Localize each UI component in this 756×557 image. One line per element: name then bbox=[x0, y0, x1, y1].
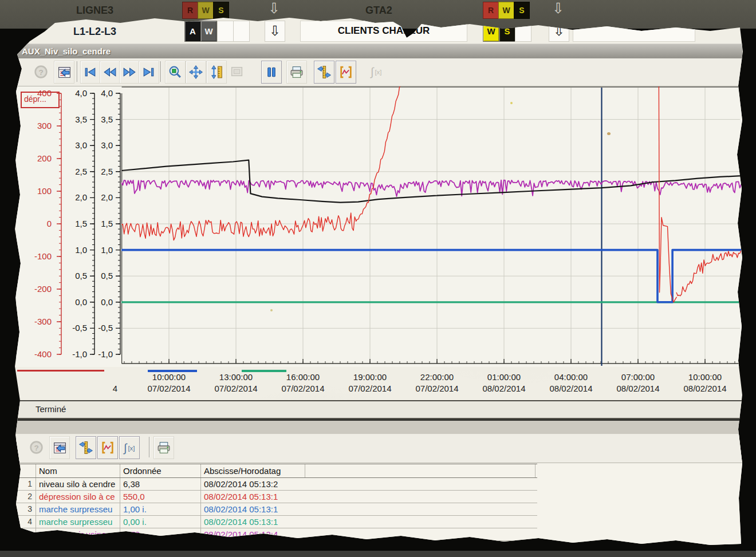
cell-nom: niveau silo à cendre bbox=[36, 478, 120, 490]
scale-button[interactable] bbox=[206, 61, 227, 84]
print-button[interactable] bbox=[286, 61, 307, 84]
table-row[interactable]: 3 marche surpresseu 1,00 i. 08/02/2014 0… bbox=[16, 503, 537, 516]
nav-ack-button-w[interactable]: W bbox=[198, 2, 214, 19]
svg-text:4,0: 4,0 bbox=[75, 88, 87, 98]
image-button bbox=[227, 61, 246, 82]
zoom-button[interactable] bbox=[165, 61, 186, 84]
cell-ordonnee: 1,00 i. bbox=[120, 503, 200, 515]
cell-horodatage: 08/02/2014 05:13:1 bbox=[200, 491, 305, 503]
status-bar: Terminé bbox=[16, 400, 742, 419]
cell-nom: marche surpresseu bbox=[36, 516, 120, 528]
toolbar-separator bbox=[160, 61, 162, 82]
row-number: 2 bbox=[16, 491, 36, 503]
nav-page-ligne3[interactable]: LIGNE3 bbox=[76, 2, 113, 18]
nav-down-arrow-icon[interactable]: ⇩ bbox=[265, 21, 285, 42]
time-axis-label-date: 08/02/2014 bbox=[601, 383, 675, 394]
svg-text:0: 0 bbox=[47, 219, 52, 228]
nav-ack-button-a[interactable]: A bbox=[184, 21, 201, 42]
table-header-row: NomOrdonnéeAbscisse/Horodatag bbox=[16, 464, 537, 478]
time-axis-label-date: 07/02/2014 bbox=[333, 383, 407, 394]
go-first-button[interactable] bbox=[80, 61, 101, 84]
help-icon: ? bbox=[29, 440, 44, 455]
svg-text:?: ? bbox=[38, 68, 43, 77]
nav-ack-button-w[interactable]: W bbox=[498, 2, 514, 19]
paper-stain bbox=[607, 132, 611, 135]
cursor-tool-icon bbox=[78, 440, 93, 455]
trend-toolbar: ? bbox=[16, 58, 742, 86]
fast-forward-button[interactable] bbox=[119, 61, 140, 84]
fast-forward-icon bbox=[122, 65, 137, 80]
svg-text:-1,0: -1,0 bbox=[98, 349, 113, 359]
curve-window-button[interactable] bbox=[54, 61, 74, 84]
time-axis-label-time: 13:00:00 bbox=[199, 372, 273, 383]
svg-text:2,5: 2,5 bbox=[101, 167, 113, 176]
axis-curve-marker bbox=[17, 370, 104, 372]
n-curve-button[interactable] bbox=[336, 61, 356, 84]
table-header-2: Abscisse/Horodatag bbox=[200, 464, 305, 477]
row-number: 4 bbox=[16, 516, 36, 528]
trend-plot-area[interactable] bbox=[121, 86, 741, 367]
integral-button[interactable]: ∫[x] bbox=[119, 436, 140, 459]
rewind-button[interactable] bbox=[100, 61, 120, 84]
pause-icon bbox=[264, 65, 279, 80]
svg-text:-200: -200 bbox=[34, 284, 52, 294]
nav-page-gta2[interactable]: GTA2 bbox=[365, 2, 392, 18]
cell-ordonnee: 6,70 bbox=[120, 528, 200, 540]
time-axis-labels: 4 10:00:00 07/02/2014 13:00:00 07/02/201… bbox=[121, 372, 741, 397]
nav-ack-button-s[interactable]: S bbox=[514, 2, 530, 19]
row-number: 5 bbox=[16, 528, 36, 540]
nav-ack-button-s[interactable]: S bbox=[213, 2, 229, 19]
nav-ack-button-w[interactable]: W bbox=[200, 21, 217, 42]
table-row[interactable]: 4 marche surpresseu 0,00 i. 08/02/2014 0… bbox=[16, 516, 537, 528]
time-axis-label-date: 07/02/2014 bbox=[400, 383, 474, 394]
time-axis-label: 01:00:00 08/02/2014 bbox=[467, 372, 541, 394]
table-row[interactable]: 2 dépression silo à ce 550,0 08/02/2014 … bbox=[16, 491, 537, 503]
time-axis-label-time: 19:00:00 bbox=[333, 372, 407, 383]
toolbar-separator bbox=[149, 437, 150, 457]
cell-nom: pression air usine bbox=[36, 528, 120, 540]
cell-horodatage: 08/02/2014 05:13:2 bbox=[200, 478, 305, 490]
time-axis-label-time: 16:00:00 bbox=[266, 372, 340, 383]
svg-text:100: 100 bbox=[37, 186, 52, 196]
curve-window-button[interactable] bbox=[49, 436, 70, 459]
cell-nom: dépression silo à ce bbox=[36, 491, 120, 503]
svg-text:[x]: [x] bbox=[128, 445, 135, 452]
nav-page-l1-l2-l3[interactable]: L1-L2-L3 bbox=[73, 22, 116, 41]
pause-button[interactable] bbox=[261, 61, 282, 84]
n-curve-button[interactable] bbox=[97, 436, 118, 459]
svg-text:?: ? bbox=[34, 444, 38, 452]
nav-ack-button-r[interactable]: R bbox=[182, 2, 198, 19]
svg-text:∫: ∫ bbox=[123, 441, 128, 455]
nav-empty-slot bbox=[233, 21, 250, 42]
cursor-tool-button[interactable] bbox=[314, 61, 334, 84]
print-button[interactable] bbox=[153, 436, 174, 459]
red-axis-label-box[interactable]: dépr... bbox=[21, 92, 60, 108]
print-icon bbox=[156, 440, 171, 455]
svg-text:200: 200 bbox=[37, 153, 52, 163]
cell-ordonnee: 550,0 bbox=[120, 491, 200, 503]
svg-text:-100: -100 bbox=[34, 251, 52, 261]
svg-text:[x]: [x] bbox=[375, 69, 381, 76]
time-axis-label: 07:00:00 08/02/2014 bbox=[601, 372, 675, 394]
row-number: 1 bbox=[16, 478, 36, 490]
integral-icon: ∫[x] bbox=[122, 440, 137, 455]
table-row[interactable]: 1 niveau silo à cendre 6,38 08/02/2014 0… bbox=[16, 478, 537, 491]
svg-text:-0,5: -0,5 bbox=[72, 323, 87, 333]
cursor-tool-button[interactable] bbox=[76, 436, 96, 459]
nav-down-arrow-icon[interactable]: ⇩ bbox=[552, 0, 564, 17]
cursor-values-table: NomOrdonnéeAbscisse/Horodatag 1 niveau s… bbox=[16, 464, 537, 554]
svg-text:3,0: 3,0 bbox=[75, 140, 87, 150]
go-last-button[interactable] bbox=[139, 61, 159, 84]
curve-window-icon bbox=[52, 440, 67, 455]
go-first-icon bbox=[83, 65, 98, 80]
svg-text:4,0: 4,0 bbox=[101, 88, 113, 98]
nav-ack-button-r[interactable]: R bbox=[483, 2, 499, 19]
window-title: AUX_Niv_silo_cendre bbox=[22, 46, 111, 56]
n-curve-icon bbox=[338, 65, 353, 80]
table-row[interactable]: 5 pression air usine 6,70 08/02/2014 05:… bbox=[16, 528, 537, 541]
nav-down-arrow-icon[interactable]: ⇩ bbox=[268, 0, 280, 17]
paper-stain bbox=[510, 102, 513, 104]
time-axis-label-time: 01:00:00 bbox=[467, 372, 541, 383]
pan-button[interactable] bbox=[186, 61, 206, 84]
table-header-filler bbox=[305, 464, 536, 477]
